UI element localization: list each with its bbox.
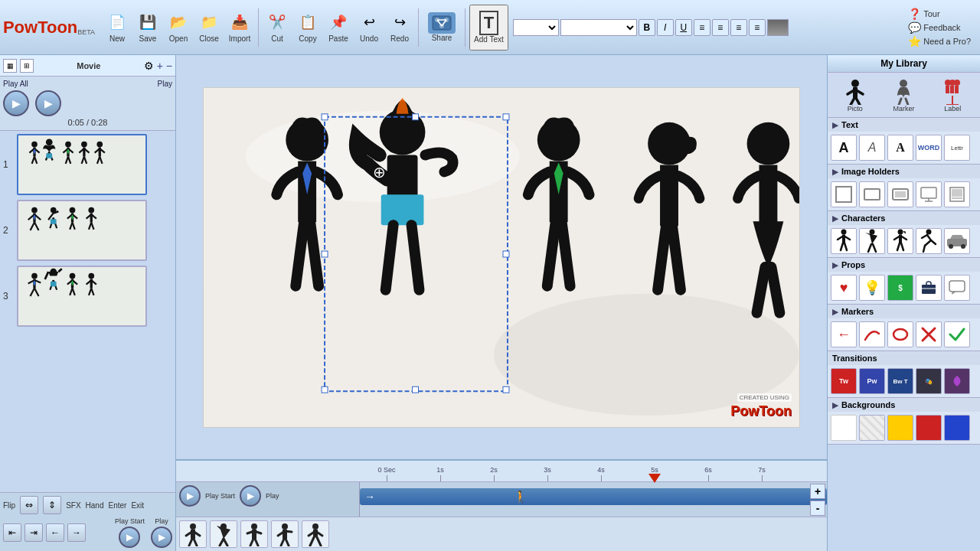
transition-1[interactable]: Tw bbox=[831, 368, 857, 394]
navigate-next-button[interactable]: ⇥ bbox=[24, 523, 43, 542]
holder-square[interactable] bbox=[831, 181, 857, 207]
canvas-frame[interactable]: ⊕ bbox=[203, 87, 800, 428]
align-left-button[interactable]: ≡ bbox=[694, 19, 710, 36]
library-marker-button[interactable]: Marker bbox=[887, 76, 920, 114]
play-all-button[interactable]: ▶ bbox=[3, 90, 29, 116]
marker-check[interactable] bbox=[944, 321, 970, 347]
timeline-tracks[interactable]: → 🚶 ← bbox=[360, 482, 827, 517]
align-right-button[interactable]: ≡ bbox=[730, 19, 747, 36]
transition-2[interactable]: Pw bbox=[859, 368, 885, 394]
share-button[interactable]: Share bbox=[423, 5, 461, 51]
timeline-play-btn[interactable]: ▶ bbox=[179, 485, 201, 507]
flip-v-button[interactable]: ⇕ bbox=[43, 496, 61, 514]
transition-3[interactable]: Bw T bbox=[887, 368, 913, 394]
char-frame-5[interactable] bbox=[302, 520, 329, 548]
char-action[interactable] bbox=[859, 228, 885, 254]
open-button[interactable]: 📂 Open bbox=[164, 5, 193, 51]
play-label[interactable]: Play bbox=[158, 80, 172, 88]
text-item-word[interactable]: WORD bbox=[916, 135, 942, 161]
transition-5[interactable] bbox=[944, 368, 970, 394]
cut-button[interactable]: ✂️ Cut bbox=[263, 5, 292, 51]
canvas-container[interactable]: ⊕ bbox=[176, 55, 827, 459]
align-center-button[interactable]: ≡ bbox=[712, 19, 729, 36]
tl-arrow-left-icon[interactable]: → bbox=[364, 491, 375, 503]
movie-icon-btn-2[interactable]: ⊞ bbox=[20, 59, 34, 73]
text-section-header[interactable]: ▶ Text bbox=[828, 118, 980, 132]
movie-add-icon[interactable]: + bbox=[157, 60, 163, 72]
char-running[interactable] bbox=[916, 228, 942, 254]
library-label-button[interactable]: Label bbox=[936, 76, 969, 114]
bg-yellow[interactable] bbox=[887, 415, 913, 441]
zoom-in-button[interactable]: + bbox=[810, 484, 825, 499]
play-button[interactable]: ▶ bbox=[35, 90, 61, 116]
text-item-a1[interactable]: A bbox=[831, 135, 857, 161]
holder-circle[interactable] bbox=[887, 181, 913, 207]
prop-speech[interactable] bbox=[944, 275, 970, 301]
char-frame-1[interactable] bbox=[179, 520, 207, 548]
italic-button[interactable]: I bbox=[657, 19, 674, 36]
movie-icon-btn-1[interactable]: ▦ bbox=[3, 59, 17, 73]
timeline-play-btn2[interactable]: ▶ bbox=[240, 485, 261, 507]
char-frame-4[interactable] bbox=[271, 520, 299, 548]
arrow-right-button[interactable]: → bbox=[67, 523, 86, 542]
font-family-select[interactable] bbox=[513, 19, 559, 36]
char-female[interactable] bbox=[887, 228, 913, 254]
underline-button[interactable]: U bbox=[675, 19, 692, 36]
movie-remove-icon[interactable]: − bbox=[166, 60, 172, 72]
timeline-play-button[interactable]: ▶ bbox=[151, 527, 172, 548]
slide-item-1[interactable]: 1 bbox=[3, 134, 172, 195]
prop-bulb[interactable]: 💡 bbox=[859, 275, 885, 301]
tour-button[interactable]: ❓ Tour bbox=[908, 8, 971, 20]
bg-blue[interactable] bbox=[944, 415, 970, 441]
transition-4[interactable]: 🎭 bbox=[916, 368, 942, 394]
save-button[interactable]: 💾 Save bbox=[133, 5, 162, 51]
flip-h-button[interactable]: ⇔ bbox=[20, 496, 38, 514]
zoom-out-button[interactable]: - bbox=[810, 500, 825, 516]
holder-monitor[interactable] bbox=[916, 181, 942, 207]
props-header[interactable]: ▶ Props bbox=[828, 258, 980, 272]
holder-rect1[interactable] bbox=[859, 181, 885, 207]
char-car[interactable] bbox=[944, 228, 970, 254]
close-button[interactable]: 📁 Close bbox=[194, 5, 224, 51]
bold-button[interactable]: B bbox=[639, 19, 655, 36]
backgrounds-header[interactable]: ▶ Backgrounds bbox=[828, 398, 980, 412]
bg-pattern[interactable] bbox=[859, 415, 885, 441]
slide-thumb-2[interactable] bbox=[17, 200, 147, 261]
bg-red[interactable] bbox=[916, 415, 942, 441]
prop-briefcase[interactable] bbox=[916, 275, 942, 301]
transitions-header[interactable]: Transitions bbox=[828, 351, 980, 365]
need-pro-button[interactable]: ⭐ Need a Pro? bbox=[908, 35, 971, 47]
slide-item-3[interactable]: 3 bbox=[3, 266, 172, 327]
movie-settings-icon[interactable]: ⚙ bbox=[144, 60, 154, 72]
marker-x[interactable] bbox=[916, 321, 942, 347]
feedback-button[interactable]: 💬 Feedback bbox=[908, 21, 971, 34]
text-item-a2[interactable]: A bbox=[859, 135, 885, 161]
marker-arrow-red[interactable]: ← bbox=[831, 321, 857, 347]
text-color-swatch[interactable] bbox=[767, 19, 789, 36]
characters-header[interactable]: ▶ Characters bbox=[828, 211, 980, 225]
marker-curve[interactable] bbox=[859, 321, 885, 347]
library-picto-button[interactable]: Picto bbox=[838, 76, 872, 114]
add-text-button[interactable]: T Add Text bbox=[469, 5, 508, 51]
bg-white[interactable] bbox=[831, 415, 857, 441]
slide-thumb-3[interactable] bbox=[17, 266, 147, 327]
image-holders-header[interactable]: ▶ Image Holders bbox=[828, 165, 980, 178]
prop-money[interactable]: $ bbox=[887, 275, 913, 301]
text-item-letter[interactable]: Lettr bbox=[944, 135, 970, 161]
timeline-play-start-button[interactable]: ▶ bbox=[119, 527, 140, 548]
char-frame-3[interactable] bbox=[240, 520, 268, 548]
timeline-bar[interactable]: → 🚶 ← bbox=[360, 488, 827, 505]
copy-button[interactable]: 📋 Copy bbox=[293, 5, 322, 51]
play-all-label[interactable]: Play All bbox=[3, 80, 28, 88]
navigate-prev-button[interactable]: ⇤ bbox=[3, 523, 21, 542]
char-frame-2[interactable] bbox=[210, 520, 237, 548]
markers-header[interactable]: ▶ Markers bbox=[828, 305, 980, 318]
paste-button[interactable]: 📌 Paste bbox=[324, 5, 353, 51]
new-button[interactable]: 📄 New bbox=[103, 5, 132, 51]
prop-heart[interactable]: ♥ bbox=[831, 275, 857, 301]
slide-item-2[interactable]: 2 bbox=[3, 200, 172, 261]
marker-circle-red[interactable] bbox=[887, 321, 913, 347]
arrow-left-button[interactable]: ← bbox=[46, 523, 64, 542]
font-size-select[interactable] bbox=[560, 19, 637, 36]
redo-button[interactable]: ↪ Redo bbox=[385, 5, 414, 51]
